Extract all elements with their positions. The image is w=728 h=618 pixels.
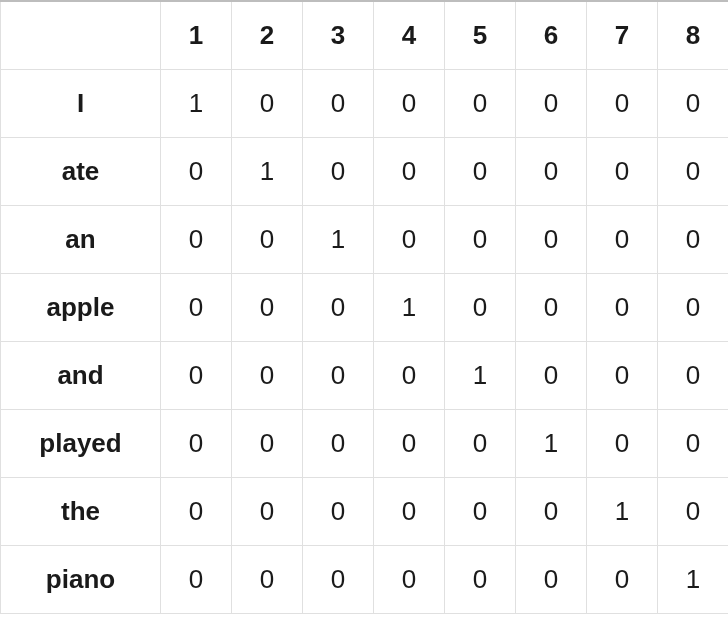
row-header: an [1,205,161,273]
col-header: 1 [161,1,232,69]
cell: 0 [516,341,587,409]
cell: 0 [658,273,729,341]
cell: 1 [587,477,658,545]
cell: 0 [587,273,658,341]
cell: 0 [445,273,516,341]
cell: 0 [516,137,587,205]
row-header: the [1,477,161,545]
cell: 0 [658,205,729,273]
cell: 0 [445,205,516,273]
row-header: ate [1,137,161,205]
row-header: piano [1,545,161,613]
header-row: 1 2 3 4 5 6 7 8 [1,1,729,69]
cell: 0 [516,545,587,613]
row-header: apple [1,273,161,341]
cell: 1 [658,545,729,613]
cell: 0 [161,205,232,273]
cell: 0 [587,137,658,205]
cell: 0 [374,477,445,545]
cell: 0 [445,545,516,613]
cell: 0 [374,69,445,137]
table-row: ate01000000 [1,137,729,205]
cell: 0 [658,477,729,545]
cell: 0 [303,137,374,205]
cell: 0 [516,69,587,137]
cell: 0 [374,545,445,613]
cell: 1 [303,205,374,273]
cell: 0 [161,137,232,205]
cell: 0 [374,409,445,477]
cell: 0 [232,477,303,545]
cell: 0 [658,69,729,137]
cell: 0 [374,341,445,409]
cell: 0 [587,409,658,477]
cell: 1 [232,137,303,205]
cell: 0 [303,273,374,341]
table-row: apple00010000 [1,273,729,341]
cell: 0 [516,477,587,545]
corner-cell [1,1,161,69]
cell: 0 [232,205,303,273]
cell: 0 [587,341,658,409]
cell: 1 [374,273,445,341]
table-row: played00000100 [1,409,729,477]
cell: 0 [445,409,516,477]
cell: 0 [161,341,232,409]
cell: 0 [516,205,587,273]
cell: 0 [516,273,587,341]
col-header: 5 [445,1,516,69]
cell: 0 [161,409,232,477]
table-row: I10000000 [1,69,729,137]
cell: 0 [303,409,374,477]
cell: 0 [374,205,445,273]
cell: 0 [445,137,516,205]
table-body: I10000000ate01000000an00100000apple00010… [1,69,729,613]
cell: 0 [161,477,232,545]
cell: 1 [516,409,587,477]
cell: 0 [303,545,374,613]
cell: 0 [303,477,374,545]
cell: 1 [445,341,516,409]
cell: 0 [303,341,374,409]
cell: 0 [587,69,658,137]
identity-matrix-table: 1 2 3 4 5 6 7 8 I10000000ate01000000an00… [0,0,728,614]
cell: 0 [658,137,729,205]
col-header: 7 [587,1,658,69]
col-header: 3 [303,1,374,69]
cell: 0 [232,273,303,341]
col-header: 2 [232,1,303,69]
cell: 0 [303,69,374,137]
table-row: an00100000 [1,205,729,273]
cell: 0 [161,545,232,613]
cell: 0 [161,273,232,341]
cell: 0 [232,545,303,613]
cell: 0 [232,69,303,137]
table-row: the00000010 [1,477,729,545]
cell: 0 [658,409,729,477]
row-header: and [1,341,161,409]
cell: 0 [658,341,729,409]
cell: 0 [232,341,303,409]
cell: 0 [445,69,516,137]
row-header: I [1,69,161,137]
cell: 0 [587,205,658,273]
table-row: and00001000 [1,341,729,409]
cell: 0 [445,477,516,545]
col-header: 4 [374,1,445,69]
col-header: 6 [516,1,587,69]
col-header: 8 [658,1,729,69]
table-row: piano00000001 [1,545,729,613]
cell: 0 [232,409,303,477]
cell: 1 [161,69,232,137]
cell: 0 [587,545,658,613]
row-header: played [1,409,161,477]
cell: 0 [374,137,445,205]
